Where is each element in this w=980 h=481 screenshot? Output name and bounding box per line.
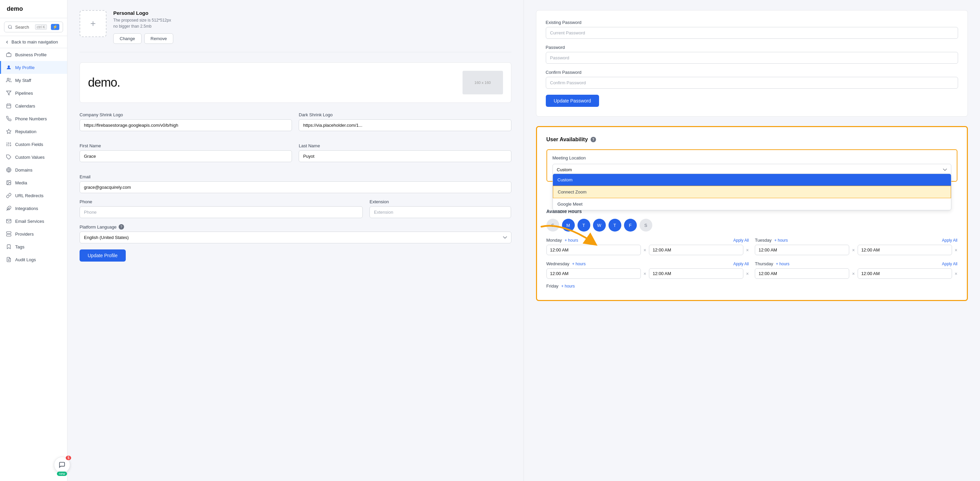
update-profile-button[interactable]: Update Profile [80,249,126,262]
sidebar-item-custom-fields[interactable]: Custom Fields [0,138,67,151]
availability-title: User Availability ? [546,137,958,143]
server-icon [6,231,12,237]
sidebar-item-media[interactable]: Media [0,176,67,189]
sidebar-item-integrations[interactable]: Integrations [0,202,67,215]
dark-shrink-logo-input[interactable] [299,119,511,131]
sidebar-item-business-profile[interactable]: Business Profile [0,48,67,61]
sidebar-item-email-services[interactable]: Email Services [0,215,67,227]
day-button-S1[interactable]: S [546,219,559,232]
dropdown-option-custom[interactable]: Custom [553,174,951,186]
sidebar-item-my-profile[interactable]: My Profile [0,61,67,74]
thursday-hours-link[interactable]: + hours [776,262,789,266]
sidebar-item-tags[interactable]: Tags [0,240,67,253]
monday-start-clear[interactable]: × [644,248,646,253]
extension-input[interactable] [369,206,511,218]
wednesday-end-clear[interactable]: × [746,271,749,276]
thursday-apply-all[interactable]: Apply All [942,262,958,266]
last-name-input[interactable] [299,150,511,162]
platform-language-select[interactable]: English (United States) [80,232,511,243]
shrink-logo-row: Company Shrink Logo Dark Shrink Logo [80,112,511,137]
thursday-end-time[interactable]: 12:00 AM [858,268,952,279]
phone-input[interactable] [80,206,363,218]
dropdown-option-connect-zoom[interactable]: Connect Zoom [553,186,951,198]
thursday-end-clear[interactable]: × [955,271,958,276]
day-button-T1[interactable]: T [578,219,590,232]
change-logo-button[interactable]: Change [113,33,142,44]
email-label: Email [80,174,511,179]
tuesday-apply-all[interactable]: Apply All [942,238,958,243]
password-input[interactable] [546,52,958,64]
sidebar-item-providers[interactable]: Providers [0,227,67,240]
wednesday-apply-all[interactable]: Apply All [733,262,749,266]
personal-logo-title: Personal Logo [113,10,173,16]
platform-language-group: Platform Language ? English (United Stat… [80,224,511,243]
thursday-start-clear[interactable]: × [852,271,854,276]
sidebar-item-my-staff[interactable]: My Staff [0,74,67,87]
wednesday-start-time[interactable]: 12:00 AM [546,268,641,279]
day-button-M[interactable]: M [562,219,575,232]
thursday-start-time[interactable]: 12:00 AM [755,268,849,279]
friday-hours-link[interactable]: + hours [561,284,575,289]
monday-end-time[interactable]: 12:00 AM [649,245,743,255]
image-icon [6,179,12,186]
monday-start-time[interactable]: 12:00 AM [546,245,641,255]
briefcase-icon [6,52,12,58]
tuesday-start-clear[interactable]: × [852,248,854,253]
sidebar-item-label: Integrations [15,206,38,211]
friday-label: Friday [546,284,558,289]
wednesday-start-clear[interactable]: × [644,271,646,276]
sidebar-item-phone-numbers[interactable]: Phone Numbers [0,112,67,125]
confirm-password-input[interactable] [546,77,958,89]
tuesday-end-clear[interactable]: × [955,248,958,253]
phone-label: Phone [80,199,363,204]
platform-language-help-icon[interactable]: ? [119,224,124,230]
day-button-T2[interactable]: T [608,219,621,232]
search-button[interactable]: Search ctrl K ⚡ [4,22,63,32]
filter-icon [6,90,12,96]
lightning-icon: ⚡ [51,24,59,30]
tuesday-start-time[interactable]: 12:00 AM [755,245,849,255]
availability-help-icon[interactable]: ? [591,137,596,142]
sidebar-item-pipelines[interactable]: Pipelines [0,87,67,100]
sidebar-item-label: Pipelines [15,90,33,96]
company-shrink-logo-input[interactable] [80,119,292,131]
tuesday-hours-link[interactable]: + hours [774,238,788,243]
svg-marker-4 [6,91,11,95]
day-button-W[interactable]: W [593,219,606,232]
day-button-S2[interactable]: S [640,219,652,232]
company-logo-text: demo. [88,76,120,90]
monday-end-clear[interactable]: × [746,248,749,253]
email-input[interactable] [80,181,511,193]
wednesday-label: Wednesday [546,261,570,266]
wednesday-end-time[interactable]: 12:00 AM [649,268,743,279]
sidebar-item-custom-values[interactable]: Custom Values [0,151,67,164]
existing-password-group: Existing Password [546,20,958,39]
sidebar-item-audit-logs[interactable]: Audit Logs [0,253,67,266]
sidebar-item-domains[interactable]: Domains [0,164,67,176]
phone-row: Phone Extension [80,199,511,218]
remove-logo-button[interactable]: Remove [144,33,173,44]
wednesday-hours-link[interactable]: + hours [572,262,585,266]
meeting-location-container: Meeting Location Custom Custom Connect Z… [546,149,958,182]
monday-apply-all[interactable]: Apply All [733,238,749,243]
dropdown-option-google-meet[interactable]: Google Meet [553,198,951,210]
logo-upload-area[interactable]: + [80,10,107,37]
user-icon [6,64,12,70]
sidebar-item-url-redirects[interactable]: URL Redirects [0,189,67,202]
sidebar-item-reputation[interactable]: Reputation [0,125,67,138]
day-button-F[interactable]: F [624,219,637,232]
svg-marker-9 [6,129,11,133]
first-name-input[interactable] [80,150,292,162]
chat-new-badge: new [57,471,67,476]
monday-hours-link[interactable]: + hours [565,238,578,243]
existing-password-input[interactable] [546,27,958,39]
update-password-button[interactable]: Update Password [546,95,600,107]
tuesday-label: Tuesday [755,238,771,243]
chat-button[interactable]: 5 new [54,457,70,473]
back-navigation[interactable]: Back to main navigation [0,36,67,48]
first-name-group: First Name [80,143,292,162]
sidebar-item-calendars[interactable]: Calendars [0,100,67,112]
tuesday-end-time[interactable]: 12:00 AM [858,245,952,255]
sidebar-item-label: Audit Logs [15,257,36,262]
sidebar-item-label: URL Redirects [15,193,43,198]
